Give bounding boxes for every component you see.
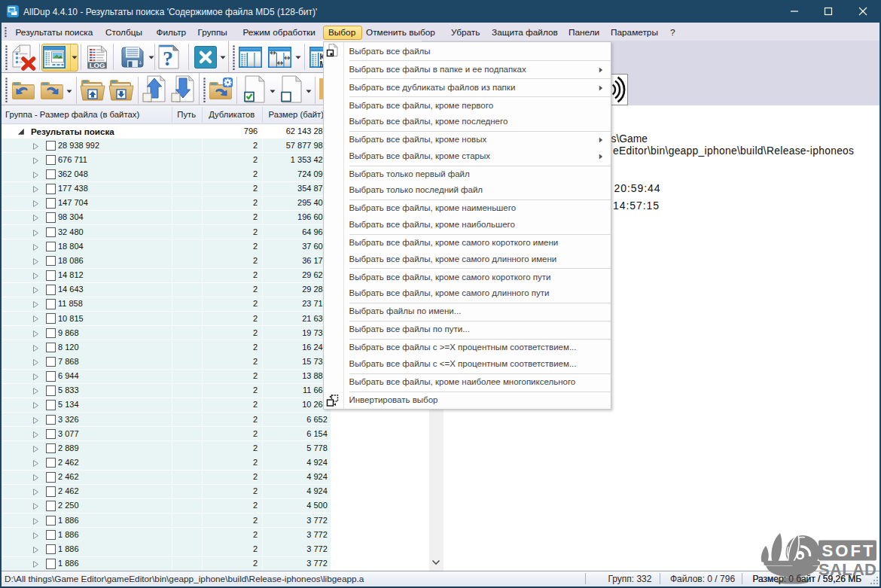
- svg-text:SOFT: SOFT: [822, 541, 874, 560]
- svg-text:?: ?: [163, 47, 173, 70]
- svg-text:LOG: LOG: [90, 61, 105, 69]
